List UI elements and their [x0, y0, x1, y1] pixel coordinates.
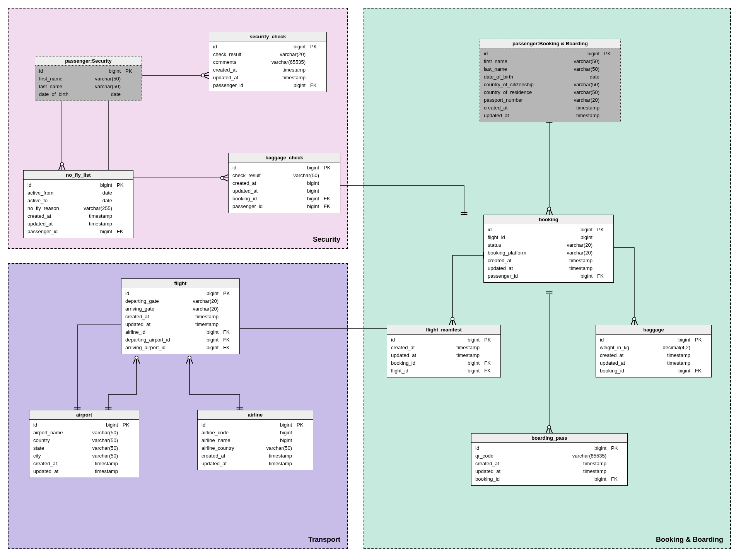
column-row: updated_atbigint: [232, 187, 336, 195]
column-row: first_namevarchar(50): [39, 75, 138, 83]
column-row: arriving_gatevarchar(20): [125, 305, 236, 313]
entity-security-check[interactable]: security_check idbigintPKcheck_resultvar…: [209, 32, 327, 92]
column-row: created_atbigint: [232, 179, 336, 187]
column-row: departing_gatevarchar(20): [125, 297, 236, 305]
column-row: airline_idbigintFK: [125, 328, 236, 336]
er-diagram-canvas: Security Transport Booking & Boarding: [0, 0, 741, 560]
entity-title: airline: [198, 410, 313, 420]
column-row: passenger_idbigintFK: [27, 228, 129, 236]
column-row: passenger_idbigintFK: [232, 203, 336, 210]
column-row: booking_idbigintFK: [475, 475, 623, 483]
entity-flight[interactable]: flight idbigintPKdeparting_gatevarchar(2…: [121, 278, 240, 354]
entity-no-fly-list[interactable]: no_fly_list idbigintPKactive_fromdateact…: [23, 170, 133, 238]
entity-title: flight_manifest: [387, 325, 500, 335]
entity-baggage-check[interactable]: baggage_check idbigintPKcheck_resultvarc…: [228, 153, 340, 213]
column-row: country_of_residencevarchar(50): [484, 89, 616, 96]
entity-title: baggage: [596, 325, 711, 335]
entity-title: passenger:Booking & Boarding: [480, 39, 620, 48]
region-label-transport: Transport: [308, 536, 340, 544]
column-row: airline_codebigint: [201, 429, 309, 437]
column-row: created_attimestamp: [391, 344, 497, 352]
entity-title: airport: [29, 410, 139, 420]
column-row: updated_attimestamp: [391, 352, 497, 359]
column-row: first_namevarchar(50): [484, 58, 616, 65]
column-row: airline_namebigint: [201, 437, 309, 444]
entity-title: boarding_pass: [471, 434, 627, 443]
column-row: passenger_idbigintFK: [213, 82, 323, 89]
column-row: country_of_citizenshipvarchar(50): [484, 81, 616, 89]
column-row: cityvarchar(50): [33, 452, 135, 460]
column-row: no_fly_reasonvarchar(255): [27, 205, 129, 212]
entity-title: baggage_check: [229, 153, 340, 162]
column-row: booking_platformvarchar(20): [488, 249, 610, 257]
column-row: departing_airport_idbigintFK: [125, 336, 236, 344]
column-row: idbigintPK: [125, 290, 236, 297]
column-row: flight_idbigintFK: [391, 367, 497, 375]
column-row: booking_idbigintFK: [232, 195, 336, 203]
column-row: created_attimestamp: [484, 104, 616, 112]
column-row: idbigintPK: [201, 421, 309, 429]
column-row: idbigintPK: [33, 421, 135, 429]
column-row: idbigintPK: [232, 164, 336, 172]
column-row: idbigintPK: [475, 444, 623, 452]
column-row: idbigintPK: [39, 67, 138, 75]
entity-airport[interactable]: airport idbigintPKairport_namevarchar(50…: [29, 410, 139, 478]
entity-title: passenger:Security: [35, 56, 142, 66]
column-row: check_resultvarchar(50): [232, 172, 336, 179]
entity-title: security_check: [209, 32, 326, 41]
column-row: check_resultvarchar(20): [213, 51, 323, 58]
entity-title: no_fly_list: [24, 171, 133, 180]
column-row: airport_namevarchar(50): [33, 429, 135, 437]
column-row: statevarchar(50): [33, 444, 135, 452]
column-row: created_attimestamp: [33, 460, 135, 468]
column-row: created_attimestamp: [27, 212, 129, 220]
entity-title: booking: [484, 215, 613, 224]
column-row: airline_countryvarchar(50): [201, 444, 309, 452]
column-row: last_namevarchar(50): [39, 83, 138, 90]
column-row: last_namevarchar(50): [484, 65, 616, 73]
column-row: idbigintPK: [600, 336, 707, 344]
column-row: statusvarchar(20): [488, 241, 610, 249]
region-label-security: Security: [313, 236, 340, 244]
entity-passenger-booking[interactable]: passenger:Booking & Boarding idbigintPKf…: [480, 39, 621, 122]
column-row: updated_attimestamp: [213, 74, 323, 82]
column-row: updated_attimestamp: [484, 112, 616, 120]
column-row: idbigintPK: [391, 336, 497, 344]
column-row: updated_attimestamp: [125, 321, 236, 328]
column-row: idbigintPK: [27, 181, 129, 189]
column-row: created_attimestamp: [213, 66, 323, 74]
entity-booking[interactable]: booking idbigintPKflight_idbigintstatusv…: [483, 215, 614, 283]
column-row: created_attimestamp: [488, 257, 610, 265]
entity-title: flight: [121, 279, 239, 288]
column-row: idbigintPK: [213, 43, 323, 51]
entity-baggage[interactable]: baggage idbigintPKweight_in_kgdecimal(4,…: [596, 325, 712, 377]
column-row: created_attimestamp: [600, 352, 707, 359]
column-row: updated_attimestamp: [475, 468, 623, 475]
column-row: active_todate: [27, 197, 129, 205]
column-row: created_attimestamp: [475, 460, 623, 468]
column-row: updated_attimestamp: [27, 220, 129, 228]
column-row: weight_in_kgdecimal(4,2): [600, 344, 707, 352]
column-row: passenger_idbigintFK: [488, 272, 610, 280]
column-row: idbigintPK: [484, 50, 616, 58]
column-row: created_attimestamp: [125, 313, 236, 321]
column-row: booking_idbigintFK: [391, 359, 497, 367]
column-row: active_fromdate: [27, 189, 129, 197]
column-row: updated_attimestamp: [201, 460, 309, 468]
entity-airline[interactable]: airline idbigintPKairline_codebigintairl…: [197, 410, 313, 470]
column-row: commentsvarchar(65535): [213, 58, 323, 66]
column-row: arriving_airport_idbigintFK: [125, 344, 236, 352]
entity-boarding-pass[interactable]: boarding_pass idbigintPKqr_codevarchar(6…: [471, 433, 628, 486]
column-row: idbigintPK: [488, 226, 610, 234]
column-row: updated_attimestamp: [600, 359, 707, 367]
entity-passenger-security[interactable]: passenger:Security idbigintPKfirst_namev…: [35, 56, 142, 101]
column-row: date_of_birthdate: [39, 90, 138, 98]
column-row: date_of_birthdate: [484, 73, 616, 81]
column-row: booking_idbigintFK: [600, 367, 707, 375]
column-row: updated_attimestamp: [33, 468, 135, 475]
column-row: qr_codevarchar(65535): [475, 452, 623, 460]
column-row: created_attimestamp: [201, 452, 309, 460]
entity-flight-manifest[interactable]: flight_manifest idbigintPKcreated_attime…: [387, 325, 501, 377]
column-row: passport_numbervarchar(20): [484, 96, 616, 104]
column-row: countryvarchar(50): [33, 437, 135, 444]
